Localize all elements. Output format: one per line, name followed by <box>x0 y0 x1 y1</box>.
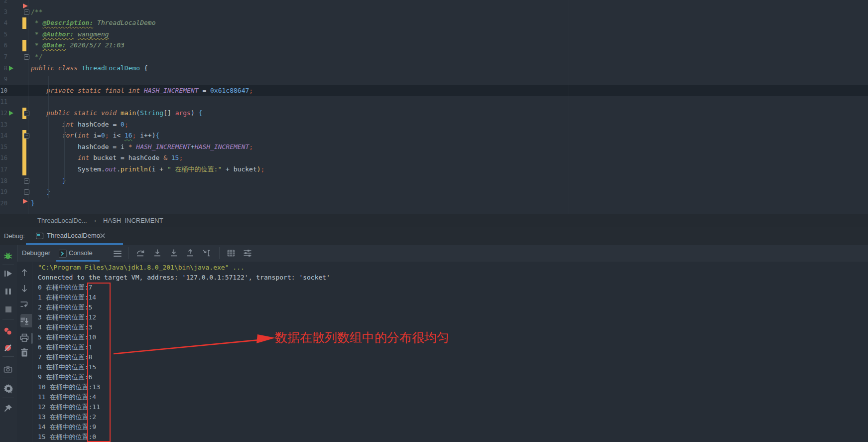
snapshot-icon[interactable] <box>3 364 13 374</box>
line-number: 19 <box>0 186 7 198</box>
code-line[interactable]: 3/** <box>0 6 868 18</box>
rerun-debug-icon[interactable] <box>3 251 13 261</box>
tab-console[interactable]: Console <box>69 245 93 261</box>
code-text: * @Date: 2020/5/7 21:03 <box>31 40 124 51</box>
code-line[interactable]: 5 * @Author: wangmeng <box>0 29 868 40</box>
debug-session-tab-label: ThreadLocalDemo <box>47 227 100 244</box>
line-number: 15 <box>0 142 7 153</box>
divider <box>2 398 14 398</box>
indent-guide <box>48 76 49 198</box>
code-line[interactable]: 10 private static final int HASH_INCREME… <box>0 85 868 97</box>
debug-session-tab[interactable]: ThreadLocalDemo <box>26 227 123 245</box>
console-left-toolbar <box>17 262 32 442</box>
code-line[interactable]: 12 public static void main(String[] args… <box>0 108 868 119</box>
fold-marker-icon[interactable] <box>24 133 29 139</box>
scrollbar-thumb[interactable] <box>31 333 33 344</box>
vcs-change-marker <box>22 40 26 51</box>
settings-icon[interactable] <box>3 383 13 393</box>
console-line: 13 在桶中的位置:2 <box>38 412 330 422</box>
line-number: 13 <box>0 119 7 131</box>
breadcrumb-file[interactable]: ThreadLocalDe... <box>37 214 87 227</box>
fold-marker-icon[interactable] <box>24 178 29 184</box>
code-editor[interactable]: 23/**4 * @Description: ThreadLocalDemo5 … <box>0 0 868 214</box>
up-stack-icon[interactable] <box>19 268 29 278</box>
debug-tool-window-header: Debug: ThreadLocalDemo <box>0 227 868 245</box>
run-icon[interactable] <box>9 66 13 71</box>
code-line[interactable]: 7 */ <box>0 51 868 63</box>
breadcrumb-separator: › <box>94 214 96 227</box>
line-number: 10 <box>0 85 7 97</box>
toolbar-divider <box>219 247 220 259</box>
line-number: 6 <box>0 40 7 51</box>
down-stack-icon[interactable] <box>19 284 29 294</box>
pin-icon[interactable] <box>3 404 13 414</box>
vcs-change-marker <box>22 152 26 164</box>
code-line[interactable]: 8public class ThreadLocalDemo { <box>0 63 868 74</box>
code-line[interactable]: 20} <box>0 198 868 209</box>
clear-all-icon[interactable] <box>19 348 29 358</box>
view-breakpoints-icon[interactable] <box>3 326 13 336</box>
divider <box>2 265 14 265</box>
fold-marker-icon[interactable] <box>24 189 29 195</box>
tab-debugger[interactable]: Debugger <box>22 245 50 261</box>
console-line: 14 在桶中的位置:9 <box>38 422 330 432</box>
code-text: } <box>31 186 50 198</box>
breadcrumb-member[interactable]: HASH_INCREMENT <box>103 214 163 227</box>
close-icon[interactable] <box>100 233 106 239</box>
step-over-icon[interactable] <box>135 248 145 258</box>
console-output[interactable]: "C:\Program Files\Java\jdk1.8.0_201\bin\… <box>32 262 868 442</box>
console-line: 8 在桶中的位置:15 <box>38 362 330 372</box>
code-line[interactable]: 9 <box>0 74 868 85</box>
code-line[interactable]: 13 int hashCode = 0; <box>0 119 868 131</box>
code-line[interactable]: 14 for(int i=0; i< 16; i++){ <box>0 130 868 142</box>
evaluate-expression-icon[interactable] <box>226 248 236 258</box>
line-number: 16 <box>0 152 7 164</box>
code-text: * @Description: ThreadLocalDemo <box>31 17 155 29</box>
code-line[interactable]: 11 <box>0 96 868 108</box>
code-line[interactable]: 19 } <box>0 186 868 198</box>
line-number: 5 <box>0 29 7 40</box>
fold-marker-icon[interactable] <box>24 9 29 15</box>
console-lines: "C:\Program Files\Java\jdk1.8.0_201\bin\… <box>38 263 330 442</box>
annotation-text: 数据在散列数组中的分布很均匀 <box>275 329 449 346</box>
code-line[interactable]: 17 System.out.println(i + " 在桶中的位置:" + b… <box>0 164 868 175</box>
layout-settings-icon[interactable] <box>243 248 252 258</box>
run-to-cursor-icon[interactable] <box>202 248 212 258</box>
bookmark-icon[interactable] <box>23 199 28 204</box>
code-line[interactable]: 16 int bucket = hashCode & 15; <box>0 152 868 164</box>
stop-icon[interactable] <box>3 304 13 314</box>
mute-breakpoints-icon[interactable] <box>3 343 13 353</box>
vcs-change-marker <box>22 142 26 153</box>
pause-icon[interactable] <box>3 287 13 296</box>
print-icon[interactable] <box>19 333 29 343</box>
more-options-icon[interactable] <box>114 250 122 257</box>
step-into-icon[interactable] <box>152 248 162 258</box>
code-line[interactable]: 2 <box>0 0 868 6</box>
console-line: "C:\Program Files\Java\jdk1.8.0_201\bin\… <box>38 263 330 273</box>
code-text: * @Author: wangmeng <box>31 29 109 40</box>
resume-icon[interactable] <box>3 269 13 279</box>
console-line: 9 在桶中的位置:6 <box>38 372 330 382</box>
scroll-to-end-icon[interactable] <box>19 316 29 326</box>
console-icon <box>59 250 67 258</box>
divider <box>2 356 14 357</box>
fold-marker-icon[interactable] <box>24 111 29 116</box>
force-step-into-icon[interactable] <box>169 248 179 258</box>
console-line: 3 在桶中的位置:12 <box>38 312 330 322</box>
step-out-icon[interactable] <box>185 248 195 258</box>
fold-marker-icon[interactable] <box>24 54 29 60</box>
code-line[interactable]: 6 * @Date: 2020/5/7 21:03 <box>0 40 868 51</box>
code-text: public static void main(String[] args) { <box>31 108 202 119</box>
code-lines[interactable]: 23/**4 * @Description: ThreadLocalDemo5 … <box>0 0 868 209</box>
debug-console-icon <box>36 233 43 239</box>
console-line: 12 在桶中的位置:11 <box>38 402 330 412</box>
run-icon[interactable] <box>9 111 13 116</box>
console-line: 1 在桶中的位置:14 <box>38 293 330 302</box>
soft-wrap-icon[interactable] <box>19 299 29 309</box>
code-line[interactable]: 15 hashCode = i * HASH_INCREMENT+HASH_IN… <box>0 142 868 153</box>
bookmark-icon[interactable] <box>23 3 28 8</box>
code-line[interactable]: 18 } <box>0 175 868 187</box>
code-line[interactable]: 4 * @Description: ThreadLocalDemo <box>0 17 868 29</box>
toolbar-divider <box>128 247 129 259</box>
console-line: 7 在桶中的位置:8 <box>38 352 330 362</box>
